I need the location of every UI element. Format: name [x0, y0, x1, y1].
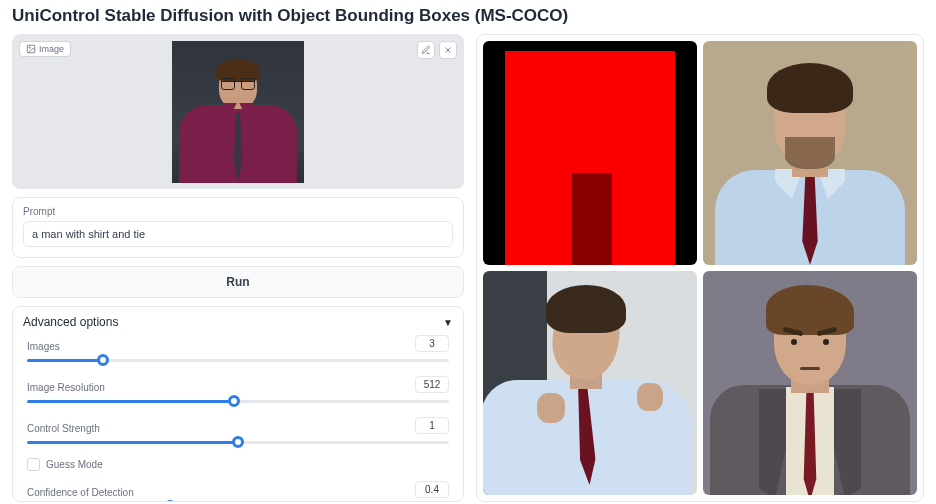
output-gallery: [476, 34, 924, 502]
advanced-options-panel: Advanced options ▼ Images 3 Image Resolu…: [12, 306, 464, 502]
confidence-label: Confidence of Detection: [27, 487, 134, 498]
confidence-value[interactable]: 0.4: [415, 481, 449, 498]
guess-mode-checkbox[interactable]: [27, 458, 40, 471]
images-value[interactable]: 3: [415, 335, 449, 352]
resolution-option: Image Resolution 512: [27, 376, 449, 407]
input-image-panel[interactable]: Image: [12, 34, 464, 189]
strength-option: Control Strength 1: [27, 417, 449, 448]
svg-point-1: [29, 47, 30, 48]
prompt-input[interactable]: [23, 221, 453, 247]
resolution-label: Image Resolution: [27, 382, 105, 393]
prompt-panel: Prompt: [12, 197, 464, 258]
strength-value[interactable]: 1: [415, 417, 449, 434]
gallery-item[interactable]: [703, 271, 917, 495]
images-slider[interactable]: [27, 354, 449, 366]
input-image-preview: [172, 41, 304, 183]
page-title: UniControl Stable Diffusion with Object …: [12, 6, 924, 26]
gallery-item[interactable]: [703, 41, 917, 265]
image-badge: Image: [19, 41, 71, 57]
edit-image-button[interactable]: [417, 41, 435, 59]
image-badge-label: Image: [39, 44, 64, 54]
strength-slider[interactable]: [27, 436, 449, 448]
chevron-down-icon: ▼: [443, 317, 453, 328]
images-option: Images 3: [27, 335, 449, 366]
gallery-item[interactable]: [483, 41, 697, 265]
gallery-item[interactable]: [483, 271, 697, 495]
prompt-label: Prompt: [23, 206, 453, 217]
image-icon: [26, 44, 36, 54]
run-button[interactable]: Run: [12, 266, 464, 298]
confidence-slider[interactable]: [27, 500, 449, 502]
images-label: Images: [27, 341, 60, 352]
advanced-title: Advanced options: [23, 315, 118, 329]
close-icon: [443, 45, 453, 55]
resolution-value[interactable]: 512: [415, 376, 449, 393]
advanced-accordion-header[interactable]: Advanced options ▼: [23, 315, 453, 329]
guess-mode-option[interactable]: Guess Mode: [27, 458, 449, 471]
pencil-icon: [421, 45, 431, 55]
clear-image-button[interactable]: [439, 41, 457, 59]
resolution-slider[interactable]: [27, 395, 449, 407]
strength-label: Control Strength: [27, 423, 100, 434]
confidence-option: Confidence of Detection 0.4: [27, 481, 449, 502]
guess-mode-label: Guess Mode: [46, 459, 103, 470]
